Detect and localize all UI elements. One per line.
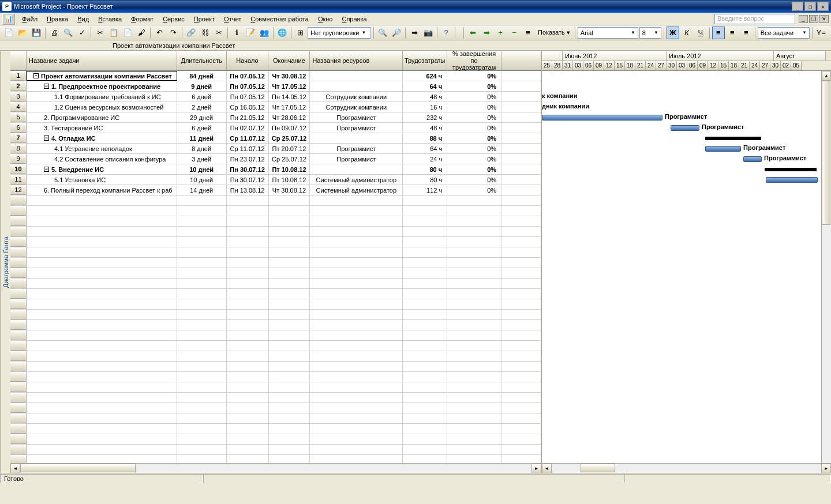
table-row[interactable] — [10, 341, 541, 351]
cell-end[interactable]: Чт 17.05.12 — [269, 102, 310, 112]
cell-res[interactable] — [310, 164, 403, 174]
table-row[interactable] — [10, 424, 541, 434]
cell-id[interactable]: 10 — [10, 164, 27, 174]
cell-pct[interactable]: 0% — [447, 81, 501, 91]
save-button[interactable]: 💾 — [30, 27, 43, 39]
cell-dur[interactable]: 8 дней — [177, 144, 227, 153]
outline-toggle[interactable]: − — [33, 73, 39, 78]
table-row[interactable] — [10, 268, 541, 279]
cell-dur[interactable] — [177, 237, 227, 247]
show-subtasks-button[interactable]: + — [494, 27, 507, 39]
cell-start[interactable] — [227, 289, 269, 299]
cell-work[interactable] — [403, 330, 447, 340]
cell-name[interactable]: 2. Программирование ИС — [27, 112, 177, 122]
cell-start[interactable] — [227, 310, 269, 319]
cell-work[interactable] — [403, 403, 447, 413]
cell-start[interactable]: Пн 13.08.12 — [227, 185, 269, 195]
cell-id[interactable] — [10, 455, 27, 463]
table-row[interactable] — [10, 351, 541, 362]
cell-res[interactable]: Сотрудник компании — [310, 92, 403, 101]
cell-work[interactable] — [403, 258, 447, 268]
menu-окно[interactable]: Окно — [313, 14, 338, 24]
spelling-button[interactable]: ✓ — [76, 27, 88, 39]
cell-extra[interactable] — [501, 247, 541, 257]
cell-extra[interactable] — [501, 362, 541, 371]
cell-id[interactable] — [10, 351, 27, 361]
cell-res[interactable]: Системный администратор — [310, 185, 403, 195]
cell-pct[interactable]: 0% — [447, 133, 501, 143]
cell-work[interactable]: 80 ч — [403, 175, 447, 185]
cell-name[interactable] — [27, 455, 177, 463]
cut-button[interactable]: ✂ — [93, 27, 106, 39]
cell-res[interactable]: Программист — [310, 154, 403, 164]
italic-button[interactable]: К — [680, 27, 693, 39]
cell-extra[interactable] — [501, 310, 541, 319]
cell-extra[interactable] — [501, 164, 541, 174]
table-row[interactable]: 84.1 Устранение неполадок8 днейСр 11.07.… — [10, 144, 541, 154]
cell-id[interactable] — [10, 279, 27, 288]
gantt-scroll-thumb[interactable] — [581, 464, 615, 472]
cell-start[interactable] — [227, 299, 269, 309]
cell-work[interactable] — [403, 206, 447, 216]
outline-toggle[interactable]: − — [44, 167, 49, 172]
cell-name[interactable] — [27, 341, 177, 351]
cell-dur[interactable] — [177, 424, 227, 434]
table-row[interactable]: 52. Программирование ИС29 днейПн 21.05.1… — [10, 112, 541, 123]
table-row[interactable] — [10, 362, 541, 372]
cell-start[interactable]: Пн 23.07.12 — [227, 154, 269, 164]
zoom-out-button[interactable]: 🔎 — [390, 27, 403, 39]
cell-id[interactable]: 5 — [10, 112, 27, 122]
cell-end[interactable] — [269, 227, 310, 236]
menu-файл[interactable]: Файл — [17, 14, 42, 24]
cell-id[interactable]: 1 — [10, 71, 27, 81]
cell-dur[interactable] — [177, 434, 227, 444]
cell-pct[interactable]: 0% — [447, 175, 501, 185]
cell-work[interactable]: 88 ч — [403, 133, 447, 143]
cell-work[interactable] — [403, 247, 447, 257]
cell-end[interactable]: Чт 30.08.12 — [269, 185, 310, 195]
cell-start[interactable]: Ср 11.07.12 — [227, 144, 269, 153]
cell-start[interactable] — [227, 455, 269, 463]
cell-res[interactable] — [310, 206, 403, 216]
cell-res[interactable] — [310, 247, 403, 257]
cell-id[interactable]: 12 — [10, 185, 27, 195]
cell-id[interactable]: 2 — [10, 81, 27, 91]
menu-сервис[interactable]: Сервис — [158, 14, 189, 24]
open-button[interactable]: 📂 — [16, 27, 29, 39]
gantt-vscroll[interactable]: ▲ ▼ — [821, 71, 831, 473]
cell-pct[interactable] — [447, 258, 501, 268]
cell-end[interactable] — [269, 299, 310, 309]
font-size-combo[interactable]: 8▼ — [639, 27, 661, 39]
cell-id[interactable] — [10, 237, 27, 247]
cell-dur[interactable] — [177, 341, 227, 351]
cell-id[interactable] — [10, 216, 27, 226]
cell-start[interactable] — [227, 403, 269, 413]
cell-res[interactable] — [310, 133, 403, 143]
menu-совместная работа[interactable]: Совместная работа — [246, 14, 313, 24]
cell-pct[interactable] — [447, 330, 501, 340]
cell-start[interactable] — [227, 247, 269, 257]
cell-id[interactable] — [10, 445, 27, 454]
copy-button[interactable]: 📋 — [107, 27, 120, 39]
new-button[interactable]: 📄 — [2, 27, 15, 39]
cell-extra[interactable] — [501, 382, 541, 392]
cell-work[interactable] — [403, 382, 447, 392]
cell-res[interactable] — [310, 403, 403, 413]
redo-button[interactable]: ↷ — [167, 27, 179, 39]
cell-start[interactable] — [227, 445, 269, 454]
cell-extra[interactable] — [501, 279, 541, 288]
cell-extra[interactable] — [501, 289, 541, 299]
gantt-bar[interactable] — [542, 115, 662, 121]
cell-pct[interactable] — [447, 216, 501, 226]
cell-work[interactable] — [403, 299, 447, 309]
filter-combo[interactable]: Все задачи▼ — [758, 27, 810, 39]
cell-work[interactable] — [403, 424, 447, 434]
cell-start[interactable] — [227, 268, 269, 278]
cell-work[interactable]: 48 ч — [403, 123, 447, 133]
cell-extra[interactable] — [501, 154, 541, 164]
cell-start[interactable] — [227, 341, 269, 351]
cell-start[interactable]: Ср 16.05.12 — [227, 102, 269, 112]
gantt-chart-area[interactable]: к компаниидник компанииПрограммистПрогра… — [542, 71, 831, 463]
group-button[interactable]: ⊞ — [294, 27, 306, 39]
print-button[interactable]: 🖨 — [48, 27, 61, 39]
